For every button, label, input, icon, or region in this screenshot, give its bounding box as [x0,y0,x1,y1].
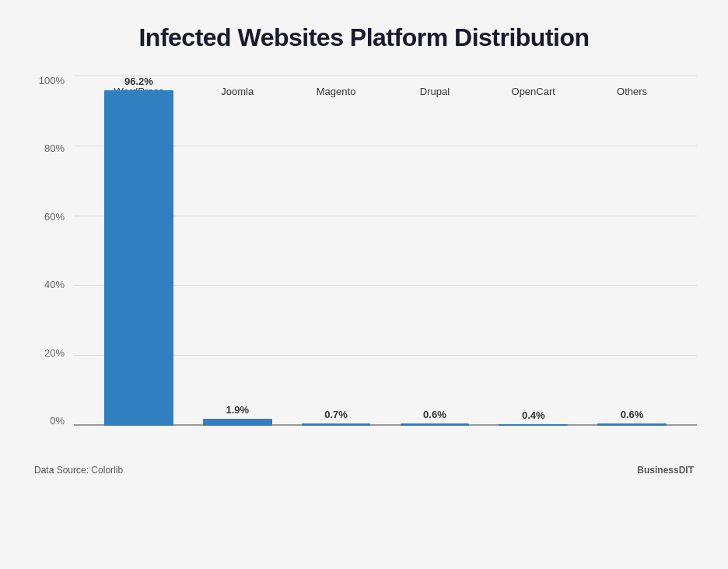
data-source-label: Data Source: Colorlib [34,465,123,476]
bar-rect [499,424,568,426]
chart-title: Infected Websites Platform Distribution [31,23,697,52]
bar-group: 96.2% [89,76,188,426]
y-axis-label: 20% [44,348,65,358]
bar-group: 0.7% [287,76,386,426]
y-axis-label: 0% [50,416,65,426]
bar-rect [302,423,371,426]
bar-value-label: 0.6% [621,409,644,420]
y-axis-label: 100% [39,76,65,86]
y-axis: 100%80%60%40%20%0% [31,76,74,457]
bar-value-label: 0.7% [324,409,348,420]
bar-rect [104,90,173,426]
bar-group: 0.4% [484,76,583,426]
bar-value-label: 1.9% [226,404,249,416]
bar-group: 0.6% [583,76,681,426]
bar-rect [401,423,470,426]
y-axis-label: 60% [44,212,65,222]
brand-label: BusinessDIT [637,465,694,476]
bar-rect [203,419,272,426]
bar-rect [597,423,667,426]
y-axis-label: 40% [44,279,65,290]
chart-body: 96.2%1.9%0.7%0.6%0.4%0.6% WordPressJooml… [74,76,697,457]
bar-value-label: 0.4% [522,409,545,421]
bar-value-label: 0.6% [423,409,446,420]
bar-group: 1.9% [188,76,287,426]
bar-group: 0.6% [385,76,484,426]
footer: Data Source: Colorlib BusinessDIT [31,465,697,476]
bars-wrapper: 96.2%1.9%0.7%0.6%0.4%0.6% [74,76,697,426]
bar-value-label: 96.2% [124,76,153,87]
chart-area: 100%80%60%40%20%0% 96.2%1.9%0.7%0.6%0.4%… [31,76,697,457]
chart-container: Infected Websites Platform Distribution … [0,0,728,569]
y-axis-label: 80% [44,143,65,153]
